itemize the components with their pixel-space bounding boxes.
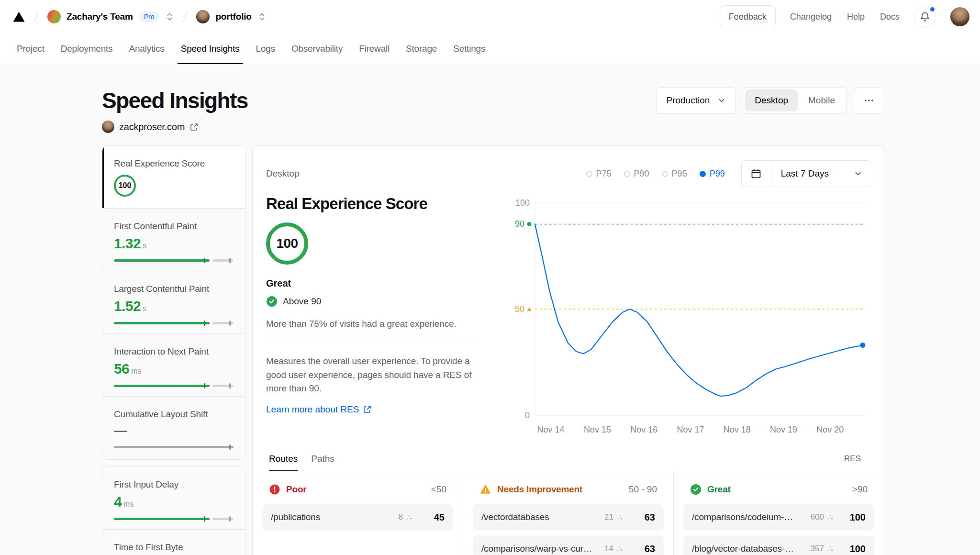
link-docs[interactable]: Docs	[880, 12, 900, 22]
x-tick-nov-14: Nov 14	[537, 425, 565, 434]
tab-speed-insights[interactable]: Speed Insights	[173, 33, 248, 64]
res-chart: 10090500Nov 14Nov 15Nov 16Nov 17Nov 18No…	[505, 191, 883, 459]
route-samples: 8	[399, 512, 412, 522]
selector-chevrons-icon[interactable]	[257, 10, 267, 23]
routes-column-header: Great>90	[683, 484, 874, 495]
link-help[interactable]: Help	[847, 12, 865, 22]
routes-section: RoutesPaths RES Poor<50/publications845N…	[253, 446, 884, 555]
environment-label: Production	[666, 95, 710, 106]
metric-value: 4	[114, 494, 122, 510]
speed-insights-page: Zachary's Team Pro portfolio Feedback Ch…	[0, 0, 980, 555]
tab-storage[interactable]: Storage	[398, 33, 445, 64]
metric-card-time-to-first-byte[interactable]: Time to First Byte	[102, 530, 245, 555]
topbar-actions: Feedback ChangelogHelpDocs	[720, 5, 969, 28]
bar-end-tick	[229, 321, 231, 326]
vercel-logo-icon[interactable]	[12, 11, 25, 22]
status-label: Great	[707, 484, 731, 495]
range-label: <50	[431, 484, 446, 495]
tab-deployments[interactable]: Deployments	[53, 33, 121, 64]
tab-firewall[interactable]: Firewall	[351, 33, 398, 64]
panel-top: Desktop P75P90P95P99 Last 7 Days	[253, 146, 884, 187]
team-switcher[interactable]: Zachary's Team Pro	[47, 10, 174, 23]
res-score-ring: 100	[266, 222, 308, 265]
topbar: Zachary's Team Pro portfolio Feedback Ch…	[0, 0, 980, 33]
samples-dots-icon	[827, 546, 833, 552]
user-avatar[interactable]	[950, 7, 969, 26]
tab-logs[interactable]: Logs	[248, 33, 283, 64]
device-option-desktop[interactable]: Desktop	[745, 89, 798, 111]
metric-card-cumulative-layout-shift[interactable]: Cumulative Layout Shift—	[102, 397, 245, 459]
route-row[interactable]: /publications845	[262, 504, 453, 531]
external-link-icon[interactable]	[189, 122, 199, 132]
percentile-p99[interactable]: P99	[700, 169, 725, 179]
dashboard: Real Experience Score100First Contentful…	[102, 145, 884, 555]
route-name: /vectordatabases	[481, 512, 604, 522]
calendar-button[interactable]	[742, 161, 771, 187]
metric-label: Interaction to Next Paint	[114, 346, 234, 357]
project-switcher[interactable]: portfolio	[196, 10, 266, 23]
metric-card-first-input-delay[interactable]: First Input Delay4ms	[102, 467, 245, 530]
samples-dots-icon	[616, 546, 623, 552]
metric-card-first-contentful-paint[interactable]: First Contentful Paint1.32s	[102, 209, 245, 271]
device-option-mobile[interactable]: Mobile	[799, 89, 845, 111]
notifications-button[interactable]	[914, 6, 936, 28]
metric-card-largest-contentful-paint[interactable]: Largest Contentful Paint1.52s	[102, 271, 245, 334]
status-label: Poor	[286, 484, 306, 495]
date-range-label: Last 7 Days	[781, 168, 829, 179]
x-tick-nov-15: Nov 15	[584, 425, 611, 434]
samples-count: 600	[811, 512, 824, 522]
learn-more-link[interactable]: Learn more about RES	[266, 404, 372, 415]
percentile-radio-icon	[662, 171, 668, 177]
metric-progress-bar	[114, 383, 234, 389]
more-options-button[interactable]	[854, 87, 884, 114]
samples-dots-icon	[406, 514, 412, 521]
samples-dots-icon	[827, 514, 833, 521]
team-avatar	[47, 10, 61, 23]
metric-label: First Contentful Paint	[114, 221, 234, 232]
routes-tab-routes[interactable]: Routes	[262, 446, 304, 471]
main-panel: Desktop P75P90P95P99 Last 7 Days	[252, 145, 884, 555]
routes-tab-list: RoutesPaths	[262, 446, 341, 471]
metric-value-row: —	[114, 423, 234, 438]
external-link-icon	[363, 405, 372, 414]
link-changelog[interactable]: Changelog	[790, 12, 832, 22]
date-range-select[interactable]: Last 7 Days	[771, 161, 872, 187]
tab-project[interactable]: Project	[9, 33, 53, 64]
threshold-row: Above 90	[266, 296, 493, 307]
route-row[interactable]: /comparisons/codeium-…600100	[683, 504, 874, 531]
content: Speed Insights Production DesktopMobile	[102, 64, 884, 555]
route-row[interactable]: /comparisons/warp-vs-cur…1463	[473, 535, 664, 555]
metric-card-real-experience-score[interactable]: Real Experience Score100	[102, 146, 245, 209]
route-row[interactable]: /blog/vector-databases-…357100	[683, 535, 874, 555]
routes-tab-paths[interactable]: Paths	[304, 446, 341, 471]
selector-chevrons-icon[interactable]	[165, 10, 174, 23]
x-tick-nov-17: Nov 17	[677, 425, 704, 434]
metric-value: 1.32	[114, 235, 141, 252]
chevron-down-icon	[717, 96, 726, 105]
device-toggle: DesktopMobile	[743, 87, 847, 114]
percentile-radio-icon	[586, 171, 592, 177]
metric-group-1: Real Experience Score100First Contentful…	[102, 145, 245, 460]
route-score: 100	[846, 544, 866, 555]
tab-analytics[interactable]: Analytics	[121, 33, 172, 64]
percentile-p95[interactable]: P95	[662, 169, 687, 179]
description-text: Measures the overall user experience. To…	[266, 355, 491, 396]
metric-card-interaction-to-next-paint[interactable]: Interaction to Next Paint56ms	[102, 334, 245, 397]
feedback-button[interactable]: Feedback	[720, 5, 776, 28]
bar-good-segment	[114, 385, 210, 387]
environment-select[interactable]: Production	[656, 87, 736, 114]
tab-observability[interactable]: Observability	[283, 33, 351, 64]
percentile-p90[interactable]: P90	[624, 169, 649, 179]
samples-count: 357	[811, 544, 824, 554]
domain-name: zackproser.com	[119, 122, 185, 133]
check-circle-icon	[266, 296, 278, 307]
route-row[interactable]: /vectordatabases2163	[473, 504, 664, 531]
metric-unit: ms	[131, 367, 141, 376]
route-score: 45	[424, 512, 445, 523]
topbar-links: ChangelogHelpDocs	[790, 12, 900, 22]
sidebar-metrics: Real Experience Score100First Contentful…	[102, 145, 245, 555]
bar-value-tick	[204, 383, 205, 388]
page-head: Speed Insights Production DesktopMobile	[102, 87, 884, 114]
tab-settings[interactable]: Settings	[445, 33, 493, 64]
percentile-p75[interactable]: P75	[586, 169, 612, 179]
